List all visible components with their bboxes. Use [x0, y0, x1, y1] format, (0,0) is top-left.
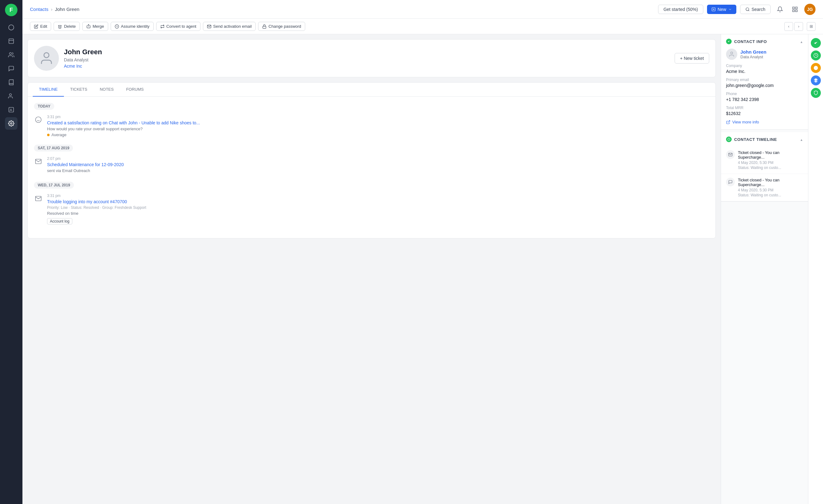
- assume-identity-button[interactable]: Assume identity: [111, 22, 154, 31]
- tab-tickets[interactable]: TICKETS: [64, 82, 94, 97]
- layout-toggle-button[interactable]: ⊞: [807, 22, 816, 31]
- contact-timeline-panel: CONTACT TIMELINE Ticket closed - You can…: [721, 132, 808, 202]
- timeline-item-2: 2:07 pm Scheduled Maintenance for 12-09-…: [34, 156, 709, 174]
- right-icon-4[interactable]: [811, 75, 821, 86]
- panel-avatar: [726, 49, 737, 60]
- next-arrow[interactable]: ›: [794, 22, 803, 31]
- sidebar-icon-contacts[interactable]: [5, 49, 17, 61]
- merge-button[interactable]: Merge: [82, 22, 108, 31]
- bell-icon: [777, 6, 783, 12]
- right-sidebar: [808, 34, 823, 504]
- svg-point-15: [44, 53, 49, 58]
- svg-rect-8: [793, 7, 795, 9]
- top-nav-actions: Get started (50%) New Search JG: [658, 4, 816, 15]
- company-label: Company: [726, 63, 803, 68]
- timeline-item-1-status: Average: [47, 133, 709, 137]
- mrr-value: $12632: [726, 111, 803, 116]
- sidebar-icon-book[interactable]: [5, 76, 17, 89]
- contact-info-panel-header[interactable]: CONTACT INFO: [721, 34, 808, 49]
- email-timeline-icon: [728, 152, 732, 157]
- panel-contact-name[interactable]: John Green: [740, 49, 766, 54]
- timeline-panel-icon-2: [726, 178, 735, 186]
- right-icon-1[interactable]: [811, 38, 821, 48]
- get-started-button[interactable]: Get started (50%): [658, 5, 703, 14]
- prev-arrow[interactable]: ‹: [784, 22, 793, 31]
- new-button[interactable]: New: [707, 5, 736, 14]
- contact-timeline-chevron: [800, 137, 803, 142]
- company-value: Acme Inc.: [726, 69, 803, 74]
- delete-button[interactable]: Delete: [54, 22, 80, 31]
- phone-value: +1 782 342 2398: [726, 97, 803, 102]
- convert-to-agent-button[interactable]: Convert to agent: [156, 22, 200, 31]
- sidebar-icon-inbox[interactable]: [5, 35, 17, 47]
- contact-header-card: John Green Data Analyst Acme Inc + New t…: [27, 39, 716, 77]
- email-outreach-icon: [34, 157, 43, 166]
- search-button[interactable]: Search: [740, 5, 771, 14]
- notification-bell-button[interactable]: [774, 4, 786, 15]
- svg-point-0: [9, 25, 14, 30]
- grid-button[interactable]: [789, 4, 801, 15]
- average-dot: [47, 134, 49, 136]
- right-icon-2-svg: [813, 53, 818, 58]
- mrr-label: Total MRR: [726, 106, 803, 110]
- timeline-panel-item-2-status: Status: Waiting on custo...: [738, 193, 803, 197]
- contact-company-link[interactable]: Acme Inc: [64, 63, 102, 68]
- svg-point-16: [35, 117, 41, 123]
- new-ticket-button[interactable]: + New ticket: [675, 53, 709, 63]
- sidebar-icon-settings[interactable]: [5, 117, 17, 130]
- view-more-link[interactable]: View more info: [726, 120, 803, 124]
- timeline-panel-item-1-title: Ticket closed - You can Supercharge...: [738, 150, 803, 160]
- toolbar: Edit Delete Merge Assume identity Conver…: [22, 19, 823, 34]
- sidebar-icon-home[interactable]: [5, 21, 17, 34]
- right-icon-2[interactable]: [811, 50, 821, 60]
- timeline-panel-icon-1: [726, 150, 735, 159]
- svg-rect-9: [796, 7, 797, 9]
- timeline-panel-item-1-status: Status: Waiting on custo...: [738, 166, 803, 170]
- breadcrumb-contacts-link[interactable]: Contacts: [30, 7, 48, 12]
- panel-contact-row: John Green Data Analyst: [726, 49, 803, 60]
- new-icon: [711, 7, 716, 12]
- timeline-item-1-time: 3:31 pm: [47, 115, 709, 119]
- edit-button[interactable]: Edit: [30, 22, 51, 31]
- timeline-item-1-title[interactable]: Created a satisfaction rating on Chat wi…: [47, 120, 709, 125]
- timeline-content: TODAY 3:31 pm Created a satisfaction rat…: [28, 97, 715, 238]
- contact-info-left: John Green Data Analyst Acme Inc: [34, 46, 102, 71]
- svg-rect-10: [793, 10, 795, 12]
- timeline-item-3-body: 3:31 pm Trouble logging into my account …: [47, 194, 709, 224]
- left-sidebar: F: [0, 0, 22, 504]
- date-badge-jul: WED, 17 JUL 2019: [34, 182, 74, 189]
- sidebar-icon-people[interactable]: [5, 90, 17, 102]
- send-activation-email-button[interactable]: Send activation email: [203, 22, 256, 31]
- sidebar-icon-chat[interactable]: [5, 62, 17, 75]
- right-icon-3[interactable]: [811, 63, 821, 73]
- change-password-button[interactable]: Change password: [258, 22, 305, 31]
- search-icon: [746, 7, 750, 12]
- contact-avatar: [34, 46, 59, 71]
- tab-notes[interactable]: NOTES: [94, 82, 120, 97]
- external-link-icon: [726, 120, 730, 124]
- panel-contact-role: Data Analyst: [740, 54, 766, 59]
- account-log-tag[interactable]: Account log: [47, 218, 72, 224]
- contact-name: John Green: [64, 48, 102, 56]
- contact-timeline-title: CONTACT TIMELINE: [726, 137, 777, 142]
- user-avatar[interactable]: JG: [804, 4, 816, 15]
- contact-timeline-header[interactable]: CONTACT TIMELINE: [721, 132, 808, 147]
- timeline-item-3-resolved: Resolved on time: [47, 211, 709, 216]
- tab-timeline[interactable]: TIMELINE: [33, 82, 64, 97]
- timeline-item-2-title[interactable]: Scheduled Maintenance for 12-09-2020: [47, 162, 709, 167]
- app-logo[interactable]: F: [5, 4, 17, 16]
- right-icon-3-svg: [813, 65, 818, 70]
- right-icon-5[interactable]: [811, 88, 821, 98]
- svg-point-2: [9, 53, 12, 55]
- contact-info-content: John Green Data Analyst Company Acme Inc…: [721, 49, 808, 129]
- satisfaction-icon: [34, 115, 43, 124]
- sidebar-icon-reports[interactable]: [5, 104, 17, 116]
- contact-info-icon: [726, 39, 732, 44]
- timeline-item-3-title[interactable]: Trouble logging into my account #470700: [47, 199, 709, 204]
- phone-label: Phone: [726, 92, 803, 96]
- tab-forums[interactable]: FORUMS: [120, 82, 150, 97]
- main-content: John Green Data Analyst Acme Inc + New t…: [22, 34, 721, 504]
- check-icon: [727, 40, 730, 43]
- timeline-item-1-desc: How would you rate your overall support …: [47, 127, 709, 131]
- svg-line-20: [728, 120, 730, 122]
